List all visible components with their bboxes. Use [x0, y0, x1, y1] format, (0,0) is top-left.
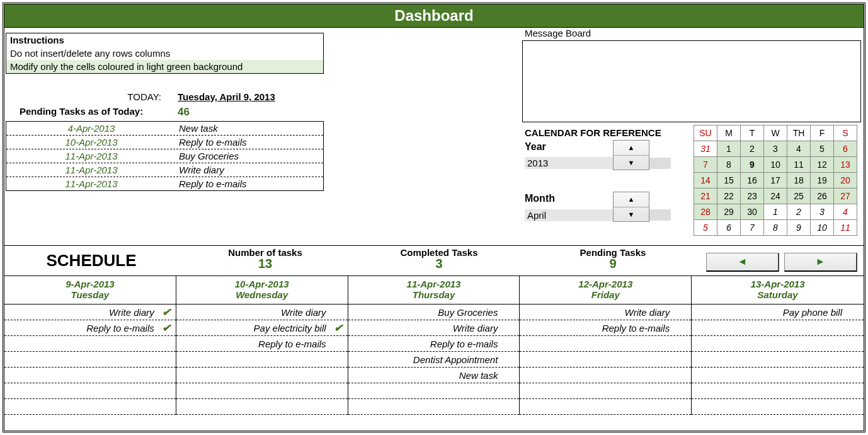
cal-day[interactable]: 6 — [834, 141, 857, 157]
task-cell[interactable]: Reply to e-mails — [520, 320, 691, 336]
cal-day[interactable]: 4 — [787, 141, 811, 157]
cal-day[interactable]: 1 — [717, 141, 741, 157]
task-cell[interactable]: Write diary — [520, 304, 691, 320]
cal-day[interactable]: 19 — [811, 173, 834, 188]
pending-count: 46 — [178, 106, 190, 119]
task-text: Reply to e-mails — [430, 339, 498, 349]
task-cell[interactable]: Write diary — [176, 304, 348, 320]
task-cell[interactable] — [692, 383, 864, 399]
task-cell[interactable]: Reply to e-mails — [176, 336, 348, 352]
cal-day[interactable]: 5 — [811, 141, 834, 157]
task-cell[interactable] — [520, 368, 691, 383]
task-cell[interactable] — [692, 320, 864, 336]
task-cell[interactable] — [4, 352, 176, 368]
cal-day[interactable]: 13 — [834, 157, 857, 173]
cal-day[interactable]: 7 — [694, 157, 717, 173]
task-cell[interactable]: Write diary — [348, 320, 520, 336]
task-text: Pay phone bill — [783, 307, 842, 318]
task-cell[interactable]: Pay electricity bill✔ — [176, 320, 348, 336]
cal-day[interactable]: 14 — [694, 173, 717, 188]
cal-day[interactable]: 20 — [834, 173, 857, 188]
cal-day[interactable]: 7 — [741, 220, 764, 236]
cal-day[interactable]: 12 — [811, 157, 834, 173]
task-cell[interactable] — [176, 383, 348, 399]
month-up-button[interactable]: ▲ — [614, 192, 649, 207]
cal-day[interactable]: 1 — [764, 204, 787, 220]
task-cell[interactable]: Reply to e-mails✔ — [4, 320, 176, 336]
cal-day[interactable]: 16 — [741, 173, 764, 188]
message-board[interactable] — [522, 40, 861, 122]
task-cell[interactable] — [520, 352, 691, 368]
cal-day[interactable]: 6 — [717, 220, 741, 236]
task-cell[interactable] — [692, 368, 864, 383]
month-down-button[interactable]: ▼ — [614, 207, 649, 222]
task-cell[interactable] — [4, 368, 176, 383]
task-cell[interactable] — [520, 336, 691, 352]
cal-day[interactable]: 31 — [694, 141, 717, 157]
cal-day[interactable]: 29 — [717, 204, 741, 220]
task-cell[interactable] — [176, 352, 348, 368]
cal-day[interactable]: 2 — [741, 141, 764, 157]
prev-button[interactable]: ◄ — [706, 253, 779, 272]
task-cell[interactable] — [692, 352, 864, 368]
cal-day[interactable]: 9 — [741, 157, 764, 173]
cal-day[interactable]: 8 — [717, 157, 741, 173]
cal-day[interactable]: 23 — [741, 188, 764, 204]
cal-day[interactable]: 22 — [717, 188, 741, 204]
cal-day[interactable]: 10 — [811, 220, 834, 236]
year-down-button[interactable]: ▼ — [614, 156, 649, 170]
task-cell[interactable]: Write diary✔ — [4, 304, 176, 320]
task-cell[interactable] — [348, 399, 520, 415]
page-title: Dashboard — [4, 4, 864, 28]
task-cell[interactable] — [520, 383, 691, 399]
next-button[interactable]: ► — [784, 253, 857, 272]
task-cell[interactable] — [692, 336, 864, 352]
day-date: 12-Apr-2013 — [578, 279, 632, 289]
cal-day[interactable]: 8 — [764, 220, 787, 236]
cal-day[interactable]: 3 — [764, 141, 787, 157]
task-cell[interactable]: New task — [348, 368, 520, 383]
cal-day[interactable]: 18 — [787, 173, 811, 188]
month-label: Month — [525, 193, 555, 204]
cal-day[interactable]: 2 — [787, 204, 811, 220]
task-cell[interactable] — [348, 383, 520, 399]
cal-day[interactable]: 24 — [764, 188, 787, 204]
task-cell[interactable]: Buy Groceries — [348, 304, 520, 320]
cal-dow: F — [811, 125, 834, 141]
task-cell[interactable] — [4, 336, 176, 352]
year-up-button[interactable]: ▲ — [614, 141, 649, 156]
day-header: 12-Apr-2013Friday — [520, 276, 692, 304]
cal-day[interactable]: 11 — [787, 157, 811, 173]
dashboard-frame: Dashboard Instructions Do not insert/del… — [3, 3, 865, 432]
cal-day[interactable]: 11 — [834, 220, 857, 236]
cal-day[interactable]: 5 — [694, 220, 717, 236]
cal-day[interactable]: 25 — [787, 188, 811, 204]
cal-day[interactable]: 17 — [764, 173, 787, 188]
cal-day[interactable]: 21 — [694, 188, 717, 204]
pending-label: Pending Tasks as of Today: — [11, 106, 178, 119]
cal-day[interactable]: 15 — [717, 173, 741, 188]
task-cell[interactable]: Dentist Appointment — [348, 352, 520, 368]
cal-day[interactable]: 28 — [694, 204, 717, 220]
task-cell[interactable] — [176, 399, 348, 415]
cal-day[interactable]: 27 — [834, 188, 857, 204]
cal-day[interactable]: 3 — [811, 204, 834, 220]
cal-day[interactable]: 30 — [741, 204, 764, 220]
month-spinner[interactable]: ▲ ▼ — [613, 192, 649, 222]
year-spinner[interactable]: ▲ ▼ — [613, 140, 649, 170]
task-cell[interactable] — [4, 383, 176, 399]
task-cell[interactable]: Reply to e-mails — [348, 336, 520, 352]
cal-dow: S — [834, 125, 857, 141]
task-cell[interactable] — [692, 399, 864, 415]
task-cell[interactable] — [176, 368, 348, 383]
task-cell[interactable]: Pay phone bill — [692, 304, 864, 320]
month-value[interactable]: April — [525, 209, 613, 221]
cal-day[interactable]: 9 — [787, 220, 811, 236]
cal-day[interactable]: 26 — [811, 188, 834, 204]
task-text: New task — [459, 370, 498, 381]
year-value[interactable]: 2013 — [525, 157, 613, 169]
cal-day[interactable]: 10 — [764, 157, 787, 173]
task-cell[interactable] — [4, 399, 176, 415]
cal-day[interactable]: 4 — [834, 204, 857, 220]
task-cell[interactable] — [520, 399, 691, 415]
